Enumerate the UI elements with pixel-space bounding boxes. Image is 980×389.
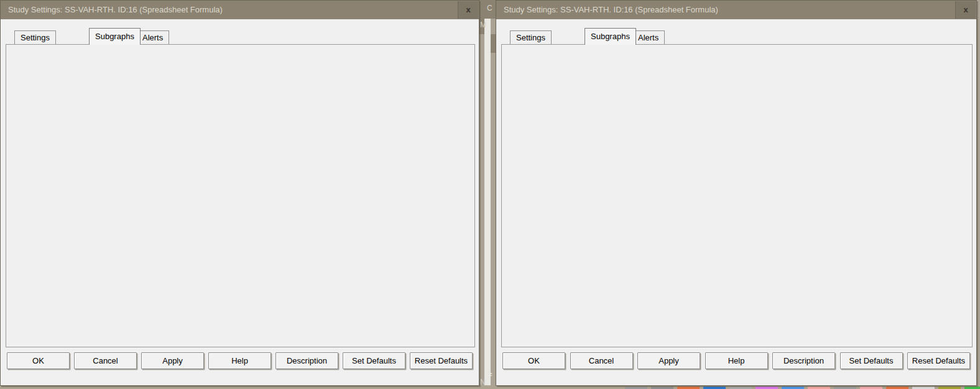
tab-settings-and-inputs[interactable]: Settings and Inputs: [510, 30, 552, 45]
subgraphs-tab-page: [6, 44, 475, 347]
description-button[interactable]: Description: [275, 352, 338, 369]
apply-button[interactable]: Apply: [637, 352, 700, 369]
cancel-button[interactable]: Cancel: [74, 352, 137, 369]
help-button[interactable]: Help: [208, 352, 271, 369]
close-button[interactable]: x: [458, 1, 478, 19]
set-defaults-button[interactable]: Set Defaults: [343, 352, 405, 369]
dialog-title: Study Settings: SS-VAH-RTH. ID:16 (Sprea…: [8, 5, 223, 14]
help-button[interactable]: Help: [705, 352, 768, 369]
background-text-fragment: M: [480, 21, 486, 29]
background-window-edge: [484, 19, 491, 385]
ok-button[interactable]: OK: [502, 352, 565, 369]
ok-button[interactable]: OK: [7, 352, 70, 369]
study-settings-dialog-left[interactable]: Study Settings: SS-VAH-RTH. ID:16 (Sprea…: [0, 0, 479, 386]
tab-subgraphs[interactable]: Subgraphs: [585, 28, 636, 45]
dialog-title: Study Settings: SS-VAH-RTH. ID:16 (Sprea…: [504, 5, 718, 14]
reset-defaults-button[interactable]: Reset Defaults: [907, 352, 970, 369]
apply-button[interactable]: Apply: [141, 352, 204, 369]
tab-subgraphs[interactable]: Subgraphs: [89, 28, 141, 45]
close-button[interactable]: x: [955, 1, 976, 19]
dialog-button-row: OK Cancel Apply Help Description Set Def…: [7, 352, 473, 369]
tab-alerts[interactable]: Alerts: [632, 30, 665, 45]
tab-settings-and-inputs[interactable]: Settings and Inputs: [14, 30, 56, 45]
subgraphs-tab-page: [501, 44, 973, 347]
cancel-button[interactable]: Cancel: [570, 352, 633, 369]
dialog-titlebar[interactable]: Study Settings: SS-VAH-RTH. ID:16 (Sprea…: [496, 1, 976, 19]
background-text-fragment: ≠: [488, 370, 492, 379]
background-text-fragment: C: [487, 4, 492, 12]
taskbar-color-chips: [625, 387, 980, 389]
set-defaults-button[interactable]: Set Defaults: [840, 352, 903, 369]
dialog-button-row: OK Cancel Apply Help Description Set Def…: [502, 352, 970, 369]
study-settings-dialog-right[interactable]: Study Settings: SS-VAH-RTH. ID:16 (Sprea…: [496, 0, 977, 386]
background-window-fragment: [491, 34, 496, 53]
dialog-titlebar[interactable]: Study Settings: SS-VAH-RTH. ID:16 (Sprea…: [1, 1, 479, 19]
reset-defaults-button[interactable]: Reset Defaults: [410, 352, 473, 369]
tab-alerts[interactable]: Alerts: [136, 30, 169, 45]
description-button[interactable]: Description: [772, 352, 835, 369]
